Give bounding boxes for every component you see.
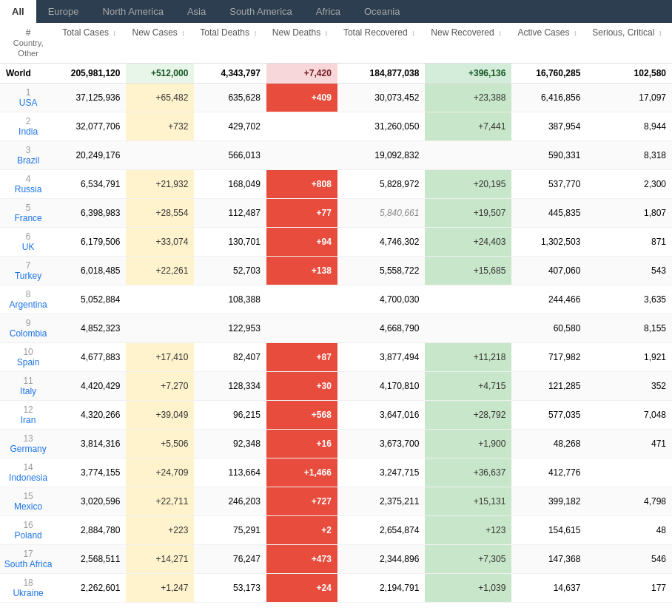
- col-header-serious[interactable]: Serious, Critical ↕: [586, 23, 672, 64]
- country-link[interactable]: Mexico: [14, 501, 42, 512]
- col-header-total-cases[interactable]: Total Cases ↕: [56, 23, 126, 64]
- new-cases: +24,709: [126, 458, 194, 487]
- tab-north-america[interactable]: North America: [91, 0, 175, 23]
- total-cases: 6,018,485: [56, 257, 126, 285]
- total-deaths: 130,701: [194, 228, 266, 257]
- tab-south-america[interactable]: South America: [218, 0, 304, 23]
- new-deaths: [266, 112, 337, 141]
- total-deaths: 113,664: [194, 458, 266, 487]
- new-cases: +7,270: [126, 372, 194, 401]
- new-recovered: +36,637: [425, 458, 511, 487]
- total-cases: 20,249,176: [56, 141, 126, 170]
- col-header-new-deaths[interactable]: New Deaths ↕: [266, 23, 337, 64]
- country-link[interactable]: South Africa: [4, 559, 53, 569]
- col-header-new-recovered[interactable]: New Recovered ↕: [425, 23, 511, 64]
- total-deaths: 52,703: [194, 257, 266, 285]
- total-recovered: 4,170,810: [337, 372, 425, 401]
- world-serious: 102,580: [586, 64, 672, 84]
- table-row: 6 UK 6,179,506 +33,074 130,701 +94 4,746…: [0, 228, 672, 257]
- total-cases: 6,179,506: [56, 228, 126, 257]
- new-recovered: +24,403: [425, 228, 511, 257]
- row-num: 8 Argentina: [0, 285, 56, 314]
- total-recovered: 5,840,661: [337, 199, 425, 228]
- serious-critical: 4,798: [586, 487, 672, 516]
- covid-table: #Country,Other Total Cases ↕ New Cases ↕…: [0, 23, 672, 603]
- country-link[interactable]: Colombia: [10, 328, 47, 339]
- total-recovered: 3,877,494: [337, 343, 425, 372]
- new-deaths: +30: [266, 372, 337, 401]
- row-num: 9 Colombia: [0, 314, 56, 343]
- serious-critical: 546: [586, 545, 672, 574]
- col-header-total-recovered[interactable]: Total Recovered ↕: [337, 23, 425, 64]
- header-row: #Country,Other Total Cases ↕ New Cases ↕…: [0, 23, 672, 64]
- new-recovered: +7,441: [425, 112, 511, 141]
- serious-critical: 48: [586, 516, 672, 545]
- row-num: 2 India: [0, 112, 56, 141]
- country-link[interactable]: India: [19, 126, 38, 137]
- country-link[interactable]: Brazil: [17, 155, 39, 166]
- col-header-active[interactable]: Active Cases ↕: [511, 23, 586, 64]
- country-link[interactable]: Ukraine: [13, 588, 43, 598]
- new-deaths: [266, 141, 337, 170]
- col-header-total-deaths[interactable]: Total Deaths ↕: [194, 23, 266, 64]
- table-wrapper: #Country,Other Total Cases ↕ New Cases ↕…: [0, 23, 672, 603]
- serious-critical: 543: [586, 257, 672, 285]
- country-link[interactable]: Indonesia: [9, 473, 47, 483]
- total-deaths: 128,334: [194, 372, 266, 401]
- new-cases: +5,506: [126, 430, 194, 458]
- total-deaths: 92,348: [194, 430, 266, 458]
- row-num: 13 Germany: [0, 430, 56, 458]
- total-deaths: 75,291: [194, 516, 266, 545]
- total-cases: 3,774,155: [56, 458, 126, 487]
- country-link[interactable]: Germany: [10, 444, 46, 454]
- country-link[interactable]: Russia: [15, 184, 42, 194]
- new-deaths: +94: [266, 228, 337, 257]
- total-cases: 32,077,706: [56, 112, 126, 141]
- new-deaths: [266, 285, 337, 314]
- country-link[interactable]: UK: [22, 242, 35, 252]
- total-deaths: 108,388: [194, 285, 266, 314]
- country-link[interactable]: Argentina: [9, 299, 47, 310]
- new-cases: +65,482: [126, 84, 194, 112]
- new-deaths: +808: [266, 170, 337, 199]
- world-total-cases: 205,981,120: [56, 64, 126, 84]
- total-deaths: 76,247: [194, 545, 266, 574]
- country-link[interactable]: Spain: [17, 357, 40, 368]
- table-row: 5 France 6,398,983 +28,554 112,487 +77 5…: [0, 199, 672, 228]
- total-recovered: 4,746,302: [337, 228, 425, 257]
- new-recovered: [425, 314, 511, 343]
- serious-critical: 7,048: [586, 401, 672, 430]
- col-header-new-cases[interactable]: New Cases ↕: [126, 23, 194, 64]
- table-row: 4 Russia 6,534,791 +21,932 168,049 +808 …: [0, 170, 672, 199]
- table-row: 7 Turkey 6,018,485 +22,261 52,703 +138 5…: [0, 257, 672, 285]
- row-num: 5 France: [0, 199, 56, 228]
- active-cases: 577,035: [511, 401, 586, 430]
- tab-all[interactable]: All: [0, 0, 36, 23]
- total-recovered: 2,344,896: [337, 545, 425, 574]
- row-num: 16 Poland: [0, 516, 56, 545]
- new-recovered: +123: [425, 516, 511, 545]
- country-link[interactable]: USA: [19, 98, 38, 108]
- new-cases: +223: [126, 516, 194, 545]
- new-deaths: +77: [266, 199, 337, 228]
- tab-europe[interactable]: Europe: [36, 0, 91, 23]
- tab-oceania[interactable]: Oceania: [352, 0, 411, 23]
- country-link[interactable]: Turkey: [15, 271, 41, 281]
- country-link[interactable]: France: [14, 213, 41, 223]
- world-total-deaths: 4,343,797: [194, 64, 266, 84]
- tab-asia[interactable]: Asia: [175, 0, 218, 23]
- total-cases: 4,677,883: [56, 343, 126, 372]
- country-link[interactable]: Italy: [20, 386, 36, 396]
- table-row: 17 South Africa 2,568,511 +14,271 76,247…: [0, 545, 672, 574]
- tab-africa[interactable]: Africa: [304, 0, 352, 23]
- table-row: 9 Colombia 4,852,323 122,953 4,668,790 6…: [0, 314, 672, 343]
- region-tabs: AllEuropeNorth AmericaAsiaSouth AmericaA…: [0, 0, 672, 23]
- col-header-num: #Country,Other: [0, 23, 56, 64]
- serious-critical: 8,155: [586, 314, 672, 343]
- new-cases: [126, 285, 194, 314]
- new-deaths: +727: [266, 487, 337, 516]
- total-cases: 6,534,791: [56, 170, 126, 199]
- country-link[interactable]: Iran: [21, 415, 36, 425]
- country-link[interactable]: Poland: [14, 530, 41, 541]
- total-cases: 5,052,884: [56, 285, 126, 314]
